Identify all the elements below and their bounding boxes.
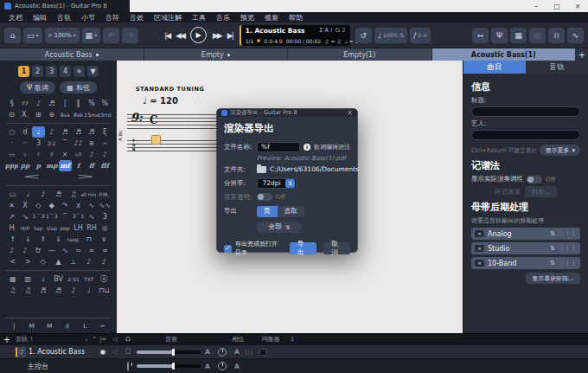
palette-tool-button[interactable]: mf	[59, 160, 72, 171]
collapse-icon[interactable]: ⌄	[84, 336, 89, 343]
palette-tool-button[interactable]: ♫	[5, 285, 21, 296]
palette-tool-button[interactable]: (♩)	[5, 189, 21, 200]
palette-tool-button[interactable]: H/P	[18, 222, 31, 234]
mixer-master-row[interactable]: 主控台 A A	[0, 359, 588, 373]
palette-tool-button[interactable]: ⊟	[5, 109, 18, 120]
palette-tool-button[interactable]: ppp	[5, 160, 18, 171]
palette-tool-button[interactable]: ∿	[59, 245, 72, 256]
palette-tool-button[interactable]: ▲	[51, 256, 67, 267]
palette-tool-button[interactable]: d	[18, 126, 31, 138]
palette-tool-button[interactable]: ⌒	[59, 138, 72, 149]
palette-tool-button[interactable]: fff	[99, 160, 112, 171]
pan-knob[interactable]	[218, 348, 227, 357]
folder-path[interactable]: C:/Users/63106/Documents	[270, 165, 359, 173]
palette-tool-button[interactable]: ∿	[85, 211, 98, 222]
menu-item-音乐[interactable]: 音乐	[211, 13, 235, 23]
palette-tool-button[interactable]: ♪	[35, 189, 51, 200]
new-document-tab-button[interactable]: +	[576, 48, 588, 61]
instrument-button[interactable]: ∿	[567, 28, 584, 43]
palette-tool-button[interactable]: ♪	[32, 98, 45, 109]
palette-tool-button[interactable]: 8va	[59, 109, 72, 120]
kebab-menu-icon[interactable]: ⋮	[567, 245, 577, 252]
palette-tool-button[interactable]: %	[99, 98, 112, 109]
palette-tool-button[interactable]: ξ	[99, 126, 112, 138]
lyrics-syntax-link[interactable]: 歌词编辑语法	[314, 143, 350, 151]
palette-tool-button[interactable]: ♪	[96, 256, 112, 267]
palette-tool-button[interactable]: ♪	[85, 149, 98, 160]
palette-tool-button[interactable]: ∞	[99, 245, 112, 256]
solo-column-icon[interactable]: Ω	[121, 336, 135, 343]
master-pan-automation-badge[interactable]: A	[232, 363, 242, 370]
palette-tool-button[interactable]: ♩	[81, 285, 97, 296]
palette-tool-button[interactable]: 3	[32, 138, 45, 149]
master-pan-knob[interactable]	[218, 362, 227, 370]
marker-tool-button[interactable]: M	[41, 320, 59, 331]
palette-tool-button[interactable]: ♭	[18, 149, 31, 160]
redo-button[interactable]: ↷	[122, 28, 138, 43]
palette-tool-button[interactable]: pop	[59, 222, 72, 234]
palette-tool-button[interactable]: 3⌒1	[72, 211, 85, 222]
palette-tool-button[interactable]: ⌢	[99, 138, 112, 149]
mastering-preset-row[interactable]: ≡Analog⇅○⋮	[471, 228, 580, 240]
export-selection-option[interactable]: 选取	[278, 206, 304, 217]
palette-tool-button[interactable]: 15ma	[85, 109, 98, 120]
filename-input[interactable]: %f	[257, 142, 300, 152]
palette-tool-button[interactable]: p	[32, 160, 45, 171]
palette-tool-button[interactable]: ♬	[72, 126, 85, 138]
palette-tool-button[interactable]: ↗	[5, 211, 18, 222]
palette-tool-button[interactable]: ♬	[59, 126, 72, 138]
palette-tool-button[interactable]: ↓	[21, 234, 36, 245]
palette-tool-button[interactable]: P.M.	[96, 189, 112, 200]
palette-tool-button[interactable]: ◎	[99, 222, 112, 234]
palette-tool-button[interactable]: 3:2	[45, 138, 58, 149]
palette-tool-button[interactable]: H	[5, 222, 18, 234]
palette-tool-button[interactable]: TXT	[81, 273, 97, 285]
menu-item-音符[interactable]: 音符	[100, 13, 125, 23]
dialog-close-button[interactable]: ×	[347, 109, 353, 117]
go-start-button[interactable]: |◀	[163, 31, 171, 40]
pan-automation-badge[interactable]: A	[232, 348, 242, 356]
solo-headphones-icon[interactable]: Ω	[121, 348, 135, 356]
stepper-icon[interactable]: ⇅	[285, 179, 295, 188]
drum-view-button[interactable]: ◎	[529, 28, 546, 43]
palette-tool-button[interactable]: f	[72, 160, 85, 171]
palette-tool-button[interactable]: 1⌒3	[32, 211, 45, 222]
chords-button[interactable]: ▦和弦	[60, 81, 97, 93]
show-more-button[interactable]: 显示更多▾	[540, 145, 580, 156]
maximize-button[interactable]: □	[546, 0, 567, 12]
document-tab[interactable]: Acoustic Bass	[0, 48, 144, 61]
info-icon[interactable]: i	[304, 144, 310, 151]
master-volume-automation-badge[interactable]: A	[202, 363, 213, 370]
microphone-button[interactable]: Ψ	[491, 28, 508, 43]
master-volume-slider[interactable]	[137, 364, 201, 368]
close-button[interactable]: ×	[567, 0, 588, 12]
palette-tool-button[interactable]: ◇	[32, 200, 45, 211]
palette-tool-button[interactable]: ×	[59, 149, 72, 160]
go-end-button[interactable]: ▶|	[226, 31, 234, 40]
menu-item-音轨[interactable]: 音轨	[52, 13, 76, 23]
voice-button-5[interactable]: ✳	[74, 66, 85, 77]
palette-tool-button[interactable]: ⊓⊔	[96, 285, 112, 296]
palette-tool-button[interactable]: ∿∿	[99, 200, 112, 211]
title-input[interactable]	[471, 106, 580, 117]
transparent-bg-toggle[interactable]	[257, 193, 272, 201]
mastering-preset-row[interactable]: ≡10-Band⇅○⋮	[471, 257, 580, 269]
mastering-preset-row[interactable]: ≡Studio⇅○⋮	[471, 242, 580, 254]
palette-tool-button[interactable]: ··	[18, 138, 31, 149]
palette-tool-button[interactable]: ·	[5, 138, 18, 149]
palette-tool-button[interactable]: x	[72, 200, 85, 211]
palette-tool-button[interactable]: —	[45, 245, 58, 256]
palette-tool-button[interactable]: ✕	[5, 200, 18, 211]
layout-button[interactable]: ▦▾	[82, 28, 101, 43]
palette-tool-button[interactable]: ▥	[21, 273, 36, 285]
cancel-button[interactable]: 取消	[323, 242, 350, 254]
artist-input[interactable]	[471, 130, 580, 140]
mute-icon[interactable]: ◁	[109, 348, 121, 356]
stepper-icon[interactable]: ⇅	[550, 260, 555, 267]
palette-tool-button[interactable]: ↷	[59, 200, 72, 211]
voice-button-6[interactable]: ▼	[87, 66, 99, 77]
stepper-icon[interactable]: ⇅	[550, 230, 555, 237]
palette-tool-button[interactable]: X	[18, 200, 31, 211]
palette-tool-button[interactable]: slap	[45, 222, 58, 234]
marker-tool-button[interactable]: ıl	[59, 320, 77, 331]
